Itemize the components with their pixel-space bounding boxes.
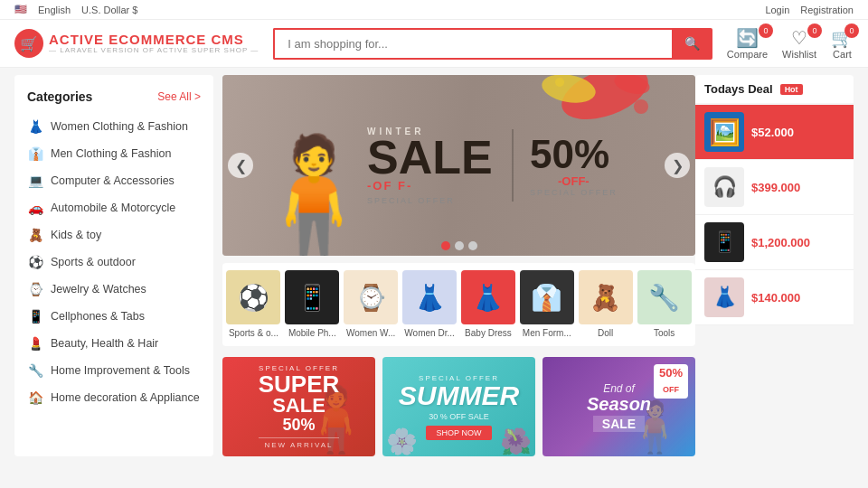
- bottom-banners: SPECIAL OFFER SUPER SALE 50% NEW ARRIVAL…: [222, 357, 695, 456]
- sidebar-item-jewelry[interactable]: ⌚ Jewelry & Watches: [14, 276, 213, 303]
- svg-point-3: [634, 99, 648, 114]
- sidebar-item-home-improvement[interactable]: 🔧 Home Improvement & Tools: [14, 357, 213, 384]
- sidebar-item-kids[interactable]: 🧸 Kids & toy: [14, 221, 213, 249]
- compare-action[interactable]: 🔄 0 Compare: [727, 27, 768, 60]
- banner-dot-3[interactable]: [468, 241, 477, 250]
- doll-icon-img: 🧸: [579, 270, 633, 324]
- sidebar-item-label: Computer & Accessories: [51, 174, 175, 187]
- search-input[interactable]: [273, 28, 672, 60]
- season-label: Season: [587, 395, 651, 413]
- sidebar-item-label: Beauty, Health & Hair: [51, 337, 158, 350]
- sidebar-item-computer[interactable]: 💻 Computer & Accessories: [14, 167, 213, 194]
- banner-prev-button[interactable]: ❮: [228, 153, 253, 178]
- center-content: 🧍 WINTER SALE -OF F- SPECIAL OFFER 50% -…: [222, 75, 695, 456]
- sidebar-item-label: Kids & toy: [51, 229, 101, 241]
- super-sale-banner[interactable]: SPECIAL OFFER SUPER SALE 50% NEW ARRIVAL…: [222, 357, 375, 456]
- sidebar-item-label: Jewelry & Watches: [51, 283, 146, 296]
- sale-end-label: SALE: [593, 416, 645, 432]
- super-sale-text: SPECIAL OFFER SUPER SALE 50% NEW ARRIVAL: [250, 364, 349, 449]
- language-selector[interactable]: English: [38, 5, 71, 15]
- home-decoration-icon: 🏠: [27, 390, 43, 405]
- banner-dot-1[interactable]: [441, 241, 450, 250]
- banner-percent-text: 50%: [530, 135, 618, 174]
- banner-next-button[interactable]: ❯: [665, 153, 690, 178]
- sidebar-item-label: Cellphones & Tabs: [51, 310, 145, 323]
- summer-text: SPECIAL OFFER SUMMER 30 % OFF SALE SHOP …: [390, 374, 528, 440]
- currency-selector[interactable]: U.S. Dollar $: [81, 5, 137, 15]
- sidebar-item-beauty[interactable]: 💄 Beauty, Health & Hair: [14, 330, 213, 357]
- cellphones-icon: 📱: [27, 309, 43, 324]
- sidebar-title: Categories: [27, 89, 92, 104]
- category-icon-watch[interactable]: ⌚ Women W...: [344, 270, 399, 339]
- watch-icon-img: ⌚: [344, 270, 398, 324]
- deal-item-3[interactable]: 📱 $1,200.000: [695, 215, 854, 270]
- deal-thumb-4: 👗: [704, 277, 744, 317]
- deal-item-2[interactable]: 🎧 $399.000: [695, 160, 854, 215]
- cart-action[interactable]: 🛒 0 Cart: [831, 27, 854, 60]
- wishlist-action[interactable]: ♡ 0 Wishlist: [782, 27, 816, 60]
- category-icon-men-formal[interactable]: 👔 Men Form...: [519, 270, 574, 339]
- category-icon-doll[interactable]: 🧸 Doll: [578, 270, 633, 339]
- end-of-label: End of: [587, 382, 651, 395]
- sports-label: Sports & o...: [229, 328, 278, 339]
- logo[interactable]: 🛒 ACTIVE ECOMMERCE CMS — LARAVEL VERSION…: [14, 29, 259, 58]
- sale-label: SALE: [259, 396, 340, 416]
- deal-price-3: $1,200.000: [751, 236, 810, 249]
- sidebar-item-home-decoration[interactable]: 🏠 Home decoration & Appliance: [14, 384, 213, 411]
- header: 🛒 ACTIVE ECOMMERCE CMS — LARAVEL VERSION…: [0, 20, 868, 68]
- sidebar-item-label: Women Clothing & Fashion: [51, 120, 188, 133]
- wishlist-badge: 0: [807, 23, 822, 38]
- logo-title: ACTIVE ECOMMERCE CMS: [49, 33, 259, 46]
- men-formal-label: Men Form...: [523, 328, 571, 339]
- flag-icon: 🇺🇸: [14, 4, 27, 15]
- summer-banner[interactable]: SPECIAL OFFER SUMMER 30 % OFF SALE SHOP …: [382, 357, 535, 456]
- category-icon-mobile[interactable]: 📱 Mobile Ph...: [285, 270, 340, 339]
- header-actions: 🔄 0 Compare ♡ 0 Wishlist 🛒 0 Cart: [727, 27, 854, 60]
- end-season-banner[interactable]: End of Season SALE 50%OFF 🧍: [542, 357, 695, 456]
- summer-sub-label: 30 % OFF SALE: [399, 412, 519, 421]
- mobile-icon-img: 📱: [285, 270, 339, 324]
- hot-badge: Hot: [780, 84, 803, 95]
- main-content: Categories See All > 👗 Women Clothing & …: [0, 68, 868, 464]
- deal-item-4[interactable]: 👗 $140.000: [695, 270, 854, 325]
- sidebar-item-automobile[interactable]: 🚗 Automobile & Motorcycle: [14, 194, 213, 221]
- hero-banner: 🧍 WINTER SALE -OF F- SPECIAL OFFER 50% -…: [222, 75, 695, 256]
- category-icon-women-dress[interactable]: 👗 Women Dr...: [402, 270, 458, 339]
- beauty-icon: 💄: [27, 336, 43, 351]
- baby-dress-label: Baby Dress: [465, 328, 512, 339]
- banner-sale-text: SALE: [367, 136, 493, 179]
- cart-label: Cart: [833, 49, 852, 60]
- banner-off2-text: -OFF-: [530, 174, 618, 188]
- wishlist-label: Wishlist: [782, 49, 816, 60]
- banner-dot-2[interactable]: [455, 241, 464, 250]
- sidebar-item-sports[interactable]: ⚽ Sports & outdoor: [14, 249, 213, 276]
- category-icon-sports[interactable]: ⚽ Sports & o...: [226, 270, 281, 339]
- logo-subtitle: — LARAVEL VERSION OF ACTIVE SUPER SHOP —: [49, 46, 259, 54]
- end-season-text: End of Season SALE: [578, 382, 660, 432]
- login-link[interactable]: Login: [765, 5, 789, 15]
- sidebar-item-label: Men Clothing & Fashion: [51, 147, 171, 160]
- new-arrival-label: NEW ARRIVAL: [259, 437, 340, 449]
- right-panel: Todays Deal Hot 🖼️ $52.000 🎧 $399.000 📱 …: [695, 75, 854, 456]
- search-button[interactable]: 🔍: [672, 28, 712, 60]
- logo-icon: 🛒: [14, 29, 43, 58]
- category-icon-tools[interactable]: 🔧 Tools: [637, 270, 692, 339]
- doll-label: Doll: [598, 328, 613, 339]
- category-icon-baby-dress[interactable]: 👗 Baby Dress: [461, 270, 516, 339]
- women-clothing-icon: 👗: [27, 119, 43, 134]
- sidebar: Categories See All > 👗 Women Clothing & …: [14, 75, 213, 456]
- deals-header: Todays Deal Hot: [695, 75, 854, 105]
- computer-icon: 💻: [27, 174, 43, 188]
- see-all-link[interactable]: See All >: [157, 90, 201, 103]
- registration-link[interactable]: Registration: [800, 5, 854, 15]
- svg-point-4: [555, 78, 564, 87]
- summer-main-label: SUMMER: [399, 382, 519, 409]
- deal-thumb-3: 📱: [704, 222, 744, 262]
- shop-now-button[interactable]: SHOP NOW: [426, 426, 493, 440]
- sidebar-item-label: Home Improvement & Tools: [51, 364, 190, 377]
- sidebar-item-women-clothing[interactable]: 👗 Women Clothing & Fashion: [14, 113, 213, 140]
- sidebar-item-cellphones[interactable]: 📱 Cellphones & Tabs: [14, 303, 213, 330]
- category-icons-row: ⚽ Sports & o... 📱 Mobile Ph... ⌚ Women W…: [222, 263, 695, 346]
- sidebar-item-men-clothing[interactable]: 👔 Men Clothing & Fashion: [14, 140, 213, 167]
- deal-item-1[interactable]: 🖼️ $52.000: [695, 105, 854, 160]
